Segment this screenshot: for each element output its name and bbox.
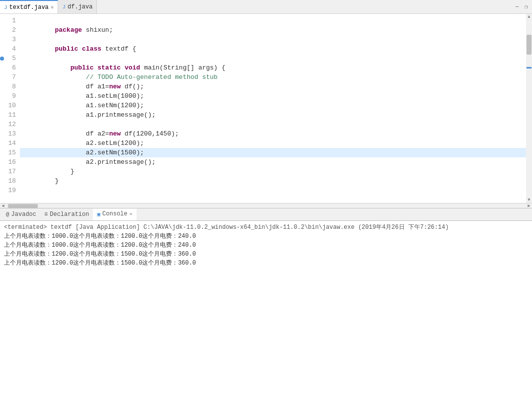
code-line-12: df a2=new df(1200,1450); <box>20 120 526 129</box>
javadoc-icon: @ <box>6 211 9 217</box>
code-editor[interactable]: package shixun; public class textdf { pu… <box>20 14 526 203</box>
line-num-17: 17 <box>0 167 16 176</box>
line-num-19: 19 <box>0 186 16 195</box>
code-line-18 <box>20 176 526 186</box>
h-scroll-right-arrow[interactable]: ▶ <box>526 204 532 208</box>
line-num-14: 14 <box>0 138 16 148</box>
scroll-up-arrow[interactable]: ▲ <box>526 14 532 20</box>
line-num-16: 16 <box>0 157 16 167</box>
code-line-3: public class textdf { <box>20 35 526 44</box>
line-num-7: 7 <box>0 72 16 82</box>
tab-javadoc[interactable]: @ Javadoc <box>2 208 40 220</box>
console-output-line-2: 上个月电表读数：1000.0这个月电表读数：1200.0这个月电费：240.0 <box>4 241 528 250</box>
console-output-line-4: 上个月电表读数：1200.0这个月电表读数：1500.0这个月电费：360.0 <box>4 259 528 268</box>
line-num-6: 6 <box>0 63 16 72</box>
code-line-1: package shixun; <box>20 16 526 25</box>
line-num-13: 13 <box>0 129 16 138</box>
scroll-down-arrow[interactable]: ▼ <box>526 197 532 203</box>
line-numbers: 1 2 3 4 5 6 7 8 9 10 11 12 13 14 15 16 1… <box>0 14 20 203</box>
console-terminated-line: <terminated> textdf [Java Application] C… <box>4 223 528 232</box>
line-num-3: 3 <box>0 35 16 44</box>
line-num-15: 15 <box>0 148 16 157</box>
declaration-label: Declaration <box>50 211 89 218</box>
editor-container: 1 2 3 4 5 6 7 8 9 10 11 12 13 14 15 16 1… <box>0 14 532 203</box>
scroll-thumb[interactable] <box>527 35 532 55</box>
line-num-10: 10 <box>0 101 16 110</box>
javadoc-label: Javadoc <box>11 211 36 218</box>
tab-textdf-java[interactable]: J textdf.java ✕ <box>0 0 58 13</box>
horizontal-scrollbar[interactable]: ◀ ▶ <box>0 203 532 208</box>
h-scroll-thumb[interactable] <box>8 204 38 208</box>
tab-textdf-label: textdf.java <box>9 4 49 11</box>
declaration-icon: ≡ <box>44 211 48 218</box>
tab-console[interactable]: ▣ Console ✕ <box>93 208 136 220</box>
console-output-line-3: 上个月电表读数：1200.0这个月电表读数：1500.0这个月电费：360.0 <box>4 250 528 259</box>
line-num-1: 1 <box>0 16 16 25</box>
code-line-19 <box>20 186 526 195</box>
minimize-button[interactable]: — <box>513 3 521 11</box>
tab-bar: J textdf.java ✕ J df.java — ❐ <box>0 0 532 14</box>
console-close-button[interactable]: ✕ <box>130 211 133 217</box>
tab-textdf-marker: ✕ <box>51 4 54 10</box>
line-num-18: 18 <box>0 176 16 186</box>
line-num-9: 9 <box>0 91 16 101</box>
console-output-line-1: 上个月电表读数：1000.0这个月电表读数：1200.0这个月电费：240.0 <box>4 232 528 241</box>
line-num-5: 5 <box>0 54 16 63</box>
java-file-icon: J <box>4 4 7 10</box>
line-num-8: 8 <box>0 82 16 91</box>
code-line-5: public static void main(String[] args) { <box>20 54 526 63</box>
line-num-12: 12 <box>0 120 16 129</box>
h-scroll-left-arrow[interactable]: ◀ <box>0 204 6 208</box>
java-file-icon-2: J <box>62 4 66 10</box>
bottom-tab-bar: @ Javadoc ≡ Declaration ▣ Console ✕ <box>0 208 532 221</box>
restore-button[interactable]: ❐ <box>522 3 530 11</box>
tab-df-label: df.java <box>68 3 92 10</box>
code-line-17: } <box>20 167 526 176</box>
code-lines: package shixun; public class textdf { pu… <box>20 14 526 197</box>
console-icon: ▣ <box>97 211 100 217</box>
window-controls: — ❐ <box>513 0 532 13</box>
scroll-indicator <box>527 67 532 69</box>
line-num-4: 4 <box>0 44 16 54</box>
line-num-11: 11 <box>0 110 16 120</box>
tab-declaration[interactable]: ≡ Declaration <box>40 208 93 220</box>
line-num-2: 2 <box>0 25 16 35</box>
console-output: <terminated> textdf [Java Application] C… <box>0 221 532 414</box>
tab-df-java[interactable]: J df.java <box>58 0 97 13</box>
console-label: Console <box>102 210 127 217</box>
editor-vertical-scrollbar[interactable]: ▲ ▼ <box>526 14 532 203</box>
